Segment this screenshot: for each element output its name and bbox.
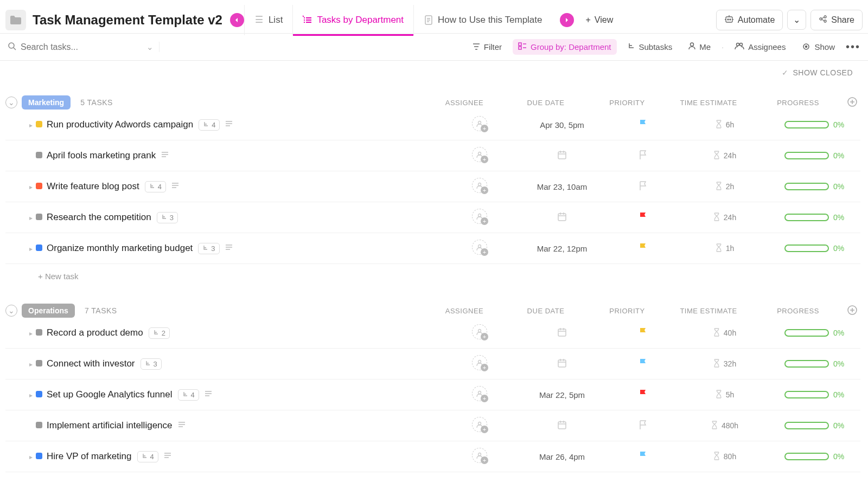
due-date-cell[interactable]	[519, 150, 605, 162]
assignee-cell[interactable]	[472, 178, 489, 195]
assignee-cell[interactable]	[472, 209, 489, 226]
subtask-count[interactable]: 4	[199, 119, 220, 131]
subtasks-button[interactable]: Subtasks	[622, 39, 678, 55]
progress-cell[interactable]: 0%	[768, 151, 860, 160]
folder-icon[interactable]	[5, 10, 26, 30]
time-estimate-cell[interactable]: 480h	[681, 421, 768, 431]
assignee-cell[interactable]	[472, 240, 489, 257]
expand-caret-icon[interactable]: ▸	[29, 245, 33, 253]
nav-prev-button[interactable]	[230, 13, 244, 27]
expand-caret-icon[interactable]: ▸	[29, 121, 33, 129]
due-date-cell[interactable]	[519, 212, 605, 223]
add-column-button[interactable]	[844, 305, 860, 317]
task-name[interactable]: Organize monthly marketing budget	[47, 243, 193, 254]
tab-list[interactable]: ☰ List	[244, 5, 292, 35]
time-estimate-cell[interactable]: 2h	[681, 182, 768, 192]
assignee-cell[interactable]	[472, 116, 489, 133]
automate-button[interactable]: Automate	[716, 10, 783, 30]
task-name[interactable]: Write feature blog post	[47, 181, 139, 192]
priority-cell[interactable]	[605, 243, 681, 254]
assignee-cell[interactable]	[472, 386, 489, 403]
search-input[interactable]	[21, 42, 142, 52]
status-square[interactable]	[36, 214, 42, 220]
task-row[interactable]: ▸Organize monthly marketing budget 3Mar …	[5, 233, 860, 264]
assignees-button[interactable]: Assignees	[729, 39, 791, 55]
tab-tasks-by-department[interactable]: Tasks by Department	[292, 5, 413, 35]
due-date-cell[interactable]: Mar 26, 4pm	[519, 452, 605, 461]
description-icon[interactable]	[161, 150, 169, 161]
description-icon[interactable]	[178, 420, 186, 431]
subtask-count[interactable]: 3	[157, 212, 178, 223]
group-name-pill[interactable]: Operations	[22, 304, 75, 318]
progress-cell[interactable]: 0%	[768, 421, 860, 430]
priority-cell[interactable]	[605, 327, 681, 339]
description-icon[interactable]	[171, 181, 179, 192]
task-row[interactable]: ▸Write feature blog post 4Mar 23, 10am2h…	[5, 171, 860, 202]
collapse-button[interactable]: ⌄	[5, 96, 17, 108]
time-estimate-cell[interactable]: 24h	[681, 151, 768, 161]
task-name[interactable]: Implement artificial intelligence	[47, 420, 173, 431]
expand-caret-icon[interactable]: ▸	[29, 391, 33, 399]
expand-caret-icon[interactable]: ▸	[29, 214, 33, 222]
expand-caret-icon[interactable]: ▸	[29, 330, 33, 337]
add-column-button[interactable]	[844, 97, 860, 108]
task-name[interactable]: Research the competition	[47, 212, 151, 223]
subtask-count[interactable]: 4	[145, 181, 166, 192]
subtask-count[interactable]: 3	[141, 358, 162, 370]
col-due[interactable]: DUE DATE	[502, 307, 589, 315]
assignee-cell[interactable]	[472, 355, 489, 372]
col-assignee[interactable]: ASSIGNEE	[426, 307, 502, 315]
progress-cell[interactable]: 0%	[768, 244, 860, 253]
show-button[interactable]: Show	[796, 39, 840, 55]
status-square[interactable]	[36, 453, 42, 459]
time-estimate-cell[interactable]: 24h	[681, 213, 768, 223]
status-square[interactable]	[36, 329, 42, 336]
status-square[interactable]	[36, 422, 42, 428]
progress-cell[interactable]: 0%	[768, 213, 860, 222]
task-row[interactable]: April fools marketing prank24h0%	[5, 140, 860, 171]
progress-cell[interactable]: 0%	[768, 359, 860, 368]
expand-caret-icon[interactable]: ▸	[29, 453, 33, 461]
progress-cell[interactable]: 0%	[768, 390, 860, 399]
automate-dropdown[interactable]: ⌄	[787, 10, 806, 30]
time-estimate-cell[interactable]: 5h	[681, 390, 768, 400]
chevron-down-icon[interactable]: ⌄	[146, 42, 154, 52]
assignee-cell[interactable]	[472, 448, 489, 465]
task-row[interactable]: ▸Record a product demo 240h0%	[5, 318, 860, 349]
priority-cell[interactable]	[605, 181, 681, 192]
status-square[interactable]	[36, 391, 42, 397]
priority-cell[interactable]	[605, 150, 681, 162]
time-estimate-cell[interactable]: 40h	[681, 328, 768, 338]
col-progress[interactable]: PROGRESS	[752, 99, 844, 107]
due-date-cell[interactable]: Apr 30, 5pm	[519, 120, 605, 130]
col-priority[interactable]: PRIORITY	[589, 307, 665, 315]
task-name[interactable]: Record a product demo	[47, 327, 143, 338]
subtask-count[interactable]: 4	[137, 451, 158, 462]
group-name-pill[interactable]: Marketing	[22, 95, 71, 110]
priority-cell[interactable]	[605, 212, 681, 223]
time-estimate-cell[interactable]: 6h	[681, 120, 768, 130]
task-name[interactable]: Set up Google Analytics funnel	[47, 389, 173, 400]
task-row[interactable]: Implement artificial intelligence480h0%	[5, 410, 860, 441]
status-square[interactable]	[36, 244, 42, 251]
col-assignee[interactable]: ASSIGNEE	[426, 99, 502, 107]
status-square[interactable]	[36, 121, 42, 127]
subtask-count[interactable]: 3	[198, 243, 219, 254]
task-row[interactable]: ▸Run productivity Adwords campaign 4Apr …	[5, 110, 860, 140]
progress-cell[interactable]: 0%	[768, 120, 860, 129]
priority-cell[interactable]	[605, 389, 681, 401]
task-name[interactable]: Connect with investor	[47, 358, 135, 369]
progress-cell[interactable]: 0%	[768, 329, 860, 337]
progress-cell[interactable]: 0%	[768, 182, 860, 191]
task-row[interactable]: ▸Research the competition 324h0%	[5, 202, 860, 233]
priority-cell[interactable]	[605, 119, 681, 131]
share-button[interactable]: Share	[810, 10, 863, 30]
show-closed-toggle[interactable]: ✓ SHOW CLOSED	[0, 61, 868, 80]
col-time[interactable]: TIME ESTIMATE	[665, 99, 752, 107]
task-name[interactable]: April fools marketing prank	[47, 150, 156, 161]
task-name[interactable]: Hire VP of marketing	[47, 451, 132, 462]
time-estimate-cell[interactable]: 80h	[681, 452, 768, 462]
status-square[interactable]	[36, 183, 42, 189]
subtask-count[interactable]: 2	[149, 327, 170, 339]
col-progress[interactable]: PROGRESS	[752, 307, 844, 315]
